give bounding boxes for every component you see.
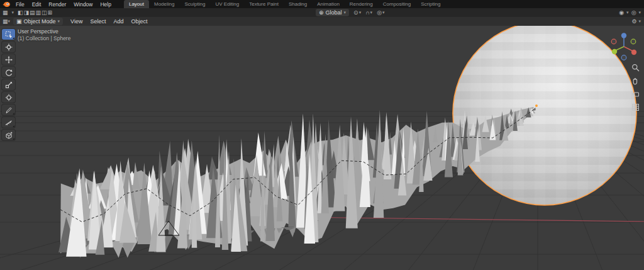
gizmo-x-axis [631, 50, 636, 55]
tab-uv-editing[interactable]: UV Editing [210, 0, 244, 8]
viewport-header: ▦ ▾ ▣ Object Mode ▾ View Select Add Obje… [0, 17, 644, 26]
menu-window[interactable]: Window [70, 1, 96, 8]
camera-view-icon[interactable] [631, 90, 640, 98]
tab-compositing[interactable]: Compositing [378, 0, 416, 8]
gizmo-x-neg [611, 39, 616, 44]
rows-icon[interactable]: ▤ [30, 8, 35, 17]
chevron-down-icon[interactable]: ▾ [8, 17, 11, 26]
menu-select[interactable]: Select [86, 18, 109, 25]
gizmo-z-neg [621, 55, 626, 60]
zoom-icon[interactable] [631, 64, 640, 72]
plus-grid-icon[interactable]: ⊞ [48, 8, 53, 17]
gizmo-y-axis [612, 49, 617, 54]
viewport-controls [631, 64, 640, 111]
menu-help[interactable]: Help [96, 1, 114, 8]
chevron-down-icon: ▾ [58, 17, 60, 26]
pivot-point-icon[interactable]: ⊙ [353, 8, 358, 17]
cursor-tool-button[interactable] [2, 42, 15, 52]
object-mode-icon: ▣ [16, 18, 22, 25]
viewport[interactable]: User Perspective (1) Collection | Sphere [0, 26, 644, 270]
chevron-down-icon[interactable]: ▾ [382, 8, 385, 17]
tab-sculpting[interactable]: Sculpting [179, 0, 210, 8]
editor-type-icon[interactable]: ▦ [3, 8, 8, 17]
viewport-shading-icon[interactable]: ◉ [619, 8, 624, 17]
tab-modeling[interactable]: Modeling [149, 0, 179, 8]
menu-edit[interactable]: Edit [28, 1, 45, 8]
mode-value: Object Mode [24, 18, 56, 25]
gizmo-z-axis [621, 33, 626, 38]
tool-settings-bar: ▦ ▾ ◧ ◨ ▤ ▥ ◫ ⊞ ⊕ Global ▾ ⊙ ▾ ∩ ▾ ◎ ▾ ◉ [0, 8, 644, 17]
terrain-object[interactable] [58, 107, 536, 258]
menu-view[interactable]: View [67, 18, 86, 25]
chevron-down-icon[interactable]: ▾ [359, 8, 362, 17]
chevron-down-icon[interactable]: ▾ [12, 8, 14, 17]
transform-orientation-dropdown[interactable]: ⊕ Global ▾ [316, 9, 349, 16]
pan-hand-icon[interactable] [631, 77, 640, 85]
scale-tool-button[interactable] [2, 79, 15, 90]
annotate-tool-button[interactable] [2, 104, 15, 115]
split-right-icon[interactable]: ◨ [24, 8, 30, 17]
orthographic-grid-icon[interactable] [631, 103, 640, 111]
mode-dropdown[interactable]: ▣ Object Mode ▾ [13, 18, 63, 25]
panel-icon[interactable]: ◫ [42, 8, 47, 17]
overlays-icon[interactable]: ◎ [631, 8, 636, 17]
menu-add[interactable]: Add [109, 18, 127, 25]
workspace-tabs: Layout Modeling Sculpting UV Editing Tex… [124, 0, 445, 8]
rotate-tool-button[interactable] [2, 67, 15, 77]
tab-layout[interactable]: Layout [124, 0, 149, 8]
view-perspective-label: User Perspective [18, 28, 58, 35]
snap-magnet-icon[interactable]: ∩ [365, 8, 369, 17]
chevron-down-icon[interactable]: ▾ [638, 8, 641, 17]
proportional-editing-icon[interactable]: ◎ [377, 8, 382, 17]
blender-logo-icon[interactable] [3, 1, 11, 8]
object-origin-dot[interactable] [535, 104, 538, 107]
menu-render[interactable]: Render [45, 1, 70, 8]
add-cube-tool-button[interactable] [2, 130, 15, 140]
gizmo-y-neg [631, 39, 636, 44]
measure-tool-button[interactable] [2, 117, 15, 128]
viewport-canvas[interactable] [0, 26, 644, 270]
tab-shading[interactable]: Shading [284, 0, 312, 8]
globe-icon: ⊕ [319, 9, 324, 16]
chevron-down-icon[interactable]: ▾ [370, 8, 373, 17]
split-left-icon[interactable]: ◧ [18, 8, 23, 17]
chevron-down-icon: ▾ [344, 8, 347, 17]
tab-rendering[interactable]: Rendering [345, 0, 378, 8]
transform-orientation-value: Global [326, 9, 342, 16]
columns-icon[interactable]: ▥ [36, 8, 42, 17]
tool-column [2, 29, 15, 140]
move-tool-button[interactable] [2, 54, 15, 65]
tab-scripting[interactable]: Scripting [416, 0, 445, 8]
navigation-gizmo[interactable] [609, 30, 641, 65]
collection-breadcrumb: (1) Collection | Sphere [18, 35, 70, 42]
topbar: File Edit Render Window Help Layout Mode… [0, 0, 644, 8]
menu-object[interactable]: Object [127, 18, 151, 25]
tool-settings-icon[interactable]: ⚙ [631, 17, 636, 26]
transform-tool-button[interactable] [2, 92, 15, 103]
select-box-tool-button[interactable] [2, 29, 15, 40]
viewport-editor-icon[interactable]: ▦ [3, 17, 8, 26]
chevron-down-icon[interactable]: ▾ [626, 8, 629, 17]
tab-animation[interactable]: Animation [312, 0, 345, 8]
chevron-down-icon[interactable]: ▾ [638, 17, 641, 26]
tab-texture-paint[interactable]: Texture Paint [244, 0, 284, 8]
menu-file[interactable]: File [12, 1, 28, 8]
